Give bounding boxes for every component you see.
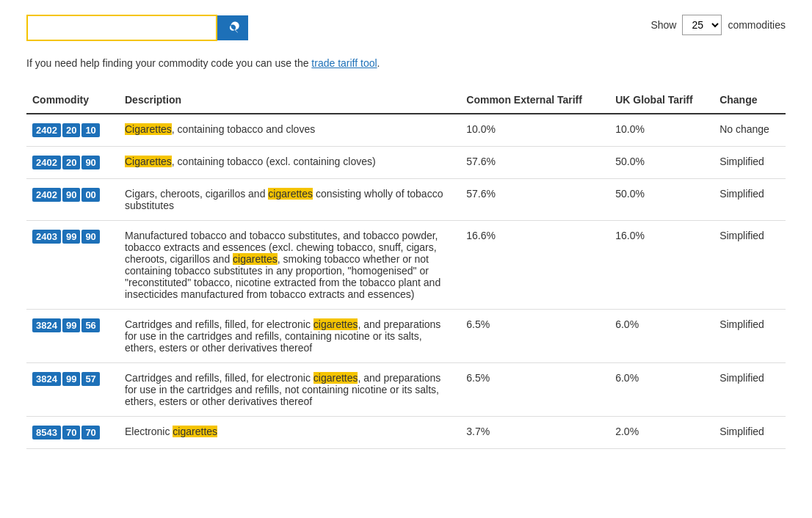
table-row: 24022010Cigarettes, containing tobacco a… [26, 114, 786, 147]
code-part[interactable]: 99 [62, 372, 80, 386]
search-icon [226, 21, 239, 34]
description-cell: Cartridges and refills, filled, for elec… [119, 363, 460, 417]
code-part[interactable]: 2402 [32, 188, 61, 202]
change-cell: Simplified [714, 363, 786, 417]
table-row: 85437070Electronic cigarettes3.7%2.0%Sim… [26, 417, 786, 449]
description-cell: Cigarettes, containing tobacco and clove… [119, 114, 460, 147]
commodity-cell: 85437070 [26, 417, 119, 449]
trade-tariff-link[interactable]: trade tariff tool [311, 57, 377, 69]
ukt-cell: 50.0% [609, 147, 714, 179]
description-cell: Electronic cigarettes [119, 417, 460, 449]
change-cell: Simplified [714, 310, 786, 363]
code-part[interactable]: 90 [81, 156, 99, 169]
commodity-cell: 38249956 [26, 310, 119, 363]
col-header-commodity: Commodity [26, 87, 119, 114]
code-part[interactable]: 70 [62, 426, 80, 439]
table-row: 38249956Cartridges and refills, filled, … [26, 310, 786, 363]
code-part[interactable]: 90 [62, 188, 80, 202]
commodity-cell: 24029000 [26, 179, 119, 221]
commodity-cell: 24039990 [26, 221, 119, 310]
cet-cell: 10.0% [460, 114, 609, 147]
cet-cell: 3.7% [460, 417, 609, 449]
code-part[interactable]: 3824 [32, 318, 61, 332]
cet-cell: 57.6% [460, 147, 609, 179]
code-part[interactable]: 2402 [32, 123, 61, 137]
commodity-cell: 38249957 [26, 363, 119, 417]
commodity-cell: 24022010 [26, 114, 119, 147]
code-part[interactable]: 2403 [32, 230, 61, 244]
cet-cell: 16.6% [460, 221, 609, 310]
cet-cell: 57.6% [460, 179, 609, 221]
change-cell: Simplified [714, 179, 786, 221]
cet-cell: 6.5% [460, 310, 609, 363]
code-part[interactable]: 99 [62, 318, 80, 332]
col-header-ukt: UK Global Tariff [609, 87, 714, 114]
code-part[interactable]: 99 [62, 230, 80, 244]
code-part[interactable]: 00 [81, 188, 99, 202]
ukt-cell: 2.0% [609, 417, 714, 449]
help-text: If you need help finding your commodity … [26, 57, 786, 69]
description-cell: Cartridges and refills, filled, for elec… [119, 310, 460, 363]
change-cell: Simplified [714, 147, 786, 179]
ukt-cell: 10.0% [609, 114, 714, 147]
table-row: 24022090Cigarettes, containing tobacco (… [26, 147, 786, 179]
show-suffix: commodities [728, 19, 786, 31]
code-part[interactable]: 56 [81, 318, 99, 332]
table-row: 24039990Manufactured tobacco and tobacco… [26, 221, 786, 310]
commodity-cell: 24022090 [26, 147, 119, 179]
code-part[interactable]: 2402 [32, 156, 61, 169]
code-part[interactable]: 90 [81, 230, 99, 244]
table-row: 24029000Cigars, cheroots, cigarillos and… [26, 179, 786, 221]
table-row: 38249957Cartridges and refills, filled, … [26, 363, 786, 417]
search-button[interactable] [217, 15, 248, 40]
col-header-change: Change [714, 87, 786, 114]
commodities-table: Commodity Description Common External Ta… [26, 87, 786, 449]
change-cell: No change [714, 114, 786, 147]
description-cell: Cigarettes, containing tobacco (excl. co… [119, 147, 460, 179]
ukt-cell: 50.0% [609, 179, 714, 221]
ukt-cell: 6.0% [609, 363, 714, 417]
ukt-cell: 6.0% [609, 310, 714, 363]
col-header-description: Description [119, 87, 460, 114]
show-bar: Show 25 10 50 commodities [650, 15, 786, 35]
col-header-cet: Common External Tariff [460, 87, 609, 114]
show-select[interactable]: 25 10 50 [682, 15, 722, 35]
code-part[interactable]: 20 [62, 123, 80, 137]
search-input[interactable]: cigarettes [26, 15, 217, 41]
description-cell: Cigars, cheroots, cigarillos and cigaret… [119, 179, 460, 221]
cet-cell: 6.5% [460, 363, 609, 417]
show-label: Show [650, 19, 676, 31]
code-part[interactable]: 8543 [32, 426, 61, 439]
code-part[interactable]: 70 [81, 426, 99, 439]
code-part[interactable]: 57 [81, 372, 99, 386]
description-cell: Manufactured tobacco and tobacco substit… [119, 221, 460, 310]
code-part[interactable]: 10 [81, 123, 99, 137]
code-part[interactable]: 20 [62, 156, 80, 169]
change-cell: Simplified [714, 221, 786, 310]
code-part[interactable]: 3824 [32, 372, 61, 386]
ukt-cell: 16.0% [609, 221, 714, 310]
change-cell: Simplified [714, 417, 786, 449]
